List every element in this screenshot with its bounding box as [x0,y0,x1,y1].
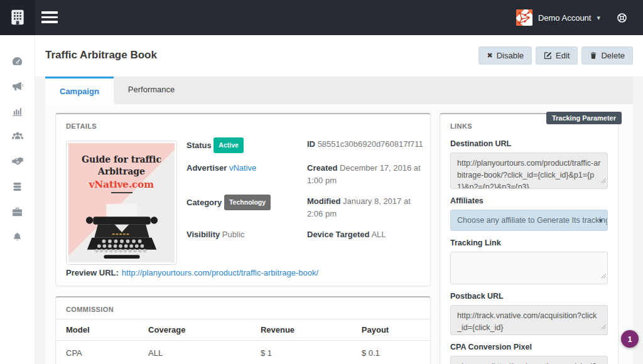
commission-header-row: Model Coverage Revenue Payout [56,319,430,341]
column-coverage: Coverage [138,319,251,341]
destination-url-textarea[interactable]: http://planyourtours.com/product/traffic… [450,153,608,189]
cell-revenue: $ 1 [251,341,352,364]
app-logo[interactable] [0,0,35,35]
device-field: Device Targeted ALL [307,228,424,241]
details-heading: DETAILS [56,114,430,136]
page-header: Traffic Arbitrage Book ✖ Disable Edit De… [35,35,643,77]
delete-button-label: Delete [601,51,625,60]
support-lifebuoy-icon[interactable] [614,11,629,24]
advertiser-link[interactable]: vNative [229,163,256,173]
tracking-parameter-tooltip: Tracking Parameter [546,112,622,124]
commission-panel: COMMISSION Model Coverage Revenue Payout… [55,296,431,364]
column-model: Model [56,319,138,341]
category-field: Category Technology [186,195,307,220]
account-menu[interactable]: Demo Account ▾ [516,9,600,26]
resize-grip-icon[interactable] [601,175,606,187]
bell-icon [11,230,24,244]
typewriter-illustration [72,203,172,262]
main-area: Traffic Arbitrage Book ✖ Disable Edit De… [35,35,643,364]
modified-label: Modified [307,196,340,206]
cpa-pixel-textarea[interactable]: <img src='http://track.vnative.com/pixel… [450,356,608,364]
campaign-image: Guide for traffic Arbitrage vNative.com [66,141,177,265]
chevron-down-icon: ▾ [597,14,600,22]
created-field: Created December 17, 2016 at 1:00 pm [307,162,424,187]
affiliates-label: Affiliates [450,196,608,205]
tab-performance[interactable]: Performance [114,77,189,104]
disable-button[interactable]: ✖ Disable [478,46,532,65]
building-logo-icon [8,8,27,27]
id-label: ID [307,139,315,149]
links-body: Destination URL http://planyourtours.com… [440,139,618,364]
commission-heading: COMMISSION [56,297,430,319]
category-badge: Technology [224,195,271,210]
tracking-link-textarea[interactable] [450,252,608,284]
sidebar-item-advertisers[interactable] [10,154,25,168]
commission-table: Model Coverage Revenue Payout CPA ALL $ … [56,319,430,364]
created-label: Created [307,163,337,173]
tab-campaign[interactable]: Campaign [45,77,114,104]
dashboard-gauge-icon [11,55,24,68]
postback-url-value: http://track.vnative.com/acquisition?cli… [457,311,597,332]
bar-chart-icon [11,105,24,118]
edit-button[interactable]: Edit [536,46,578,65]
database-stack-icon [11,180,24,193]
visibility-field: Visibility Public [186,228,307,241]
sidebar-item-dashboard[interactable] [10,54,25,68]
advertiser-label: Advertiser [186,163,227,173]
modified-field: Modified January 8, 2017 at 2:06 pm [307,195,424,220]
sidebar-item-affiliates[interactable] [10,129,25,143]
resize-grip-icon[interactable] [601,270,606,282]
image-text-line3: vNative.com [68,179,175,190]
sidebar-item-offers[interactable] [10,205,25,218]
left-sidebar [0,35,35,364]
preview-url-label: Preview URL: [66,268,119,277]
tracking-link-label: Tracking Link [450,238,608,247]
chevron-down-icon: ▾ [598,210,602,230]
category-label: Category [186,198,222,207]
users-icon [11,129,24,143]
visibility-value: Public [222,230,244,239]
column-payout: Payout [352,319,430,341]
edit-button-label: Edit [556,51,570,60]
postback-url-label: Postback URL [450,292,608,301]
header-actions: ✖ Disable Edit Delete [478,46,633,65]
postback-url-textarea[interactable]: http://track.vnative.com/acquisition?cli… [450,305,608,335]
cell-coverage: ALL [138,341,251,364]
x-icon: ✖ [487,52,492,59]
sidebar-item-reports[interactable] [10,104,25,118]
menu-toggle-icon[interactable] [41,11,58,26]
avatar [516,9,532,26]
disable-button-label: Disable [497,51,524,60]
sidebar-item-data[interactable] [10,179,25,193]
image-text-line1: Guide for traffic [68,154,175,164]
image-text-line2: Arbitrage [68,166,175,176]
visibility-label: Visibility [186,230,220,239]
preview-url-row: Preview URL:http://planyourtours.com/pro… [66,268,318,277]
id-field: ID 58551c30b6920d760817f711 [307,138,424,154]
details-panel: DETAILS Guide for traffic Arbitrage vNat… [55,113,431,286]
resize-grip-icon[interactable] [601,321,606,333]
navbar-right: Demo Account ▾ [516,0,629,35]
sidebar-item-campaigns[interactable] [10,79,25,93]
delete-button[interactable]: Delete [581,46,633,65]
links-panel: Tracking Parameter LINKS Destination URL… [440,113,619,364]
briefcase-icon [11,205,24,218]
device-targeted-value: ALL [371,230,386,239]
status-field: Status Active [186,138,307,154]
page-title: Traffic Arbitrage Book [45,49,157,62]
trash-icon [590,51,597,60]
notification-count-badge[interactable]: 1 [621,330,639,348]
account-name: Demo Account [538,13,592,23]
device-targeted-label: Device Targeted [307,230,369,239]
cell-payout: $ 0.1 [352,341,430,364]
sidebar-item-notifications[interactable] [10,230,25,244]
table-row: CPA ALL $ 1 $ 0.1 [56,341,430,364]
top-navbar: Demo Account ▾ [0,0,643,35]
campaign-image-art: Guide for traffic Arbitrage vNative.com [68,143,175,262]
preview-url-link[interactable]: http://planyourtours.com/product/traffic… [122,268,318,277]
app-window: Demo Account ▾ [0,0,643,364]
affiliates-select[interactable]: Choose any affiliate to Generate Its tra… [450,210,608,231]
tab-content: DETAILS Guide for traffic Arbitrage vNat… [45,104,633,364]
cell-model: CPA [56,341,138,364]
status-label: Status [186,141,212,150]
